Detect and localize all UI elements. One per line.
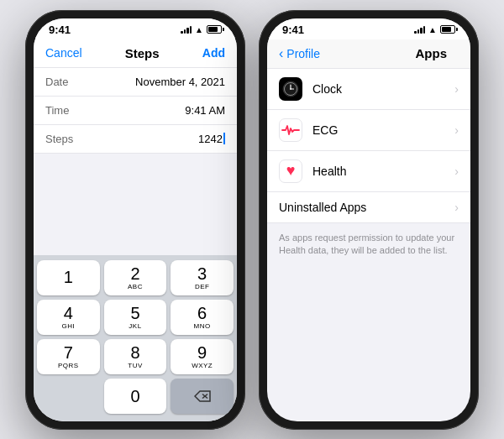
time-row: Time 9:41 AM xyxy=(34,97,237,125)
key-4[interactable]: 4 GHI xyxy=(37,300,100,335)
info-text: As apps request permission to update you… xyxy=(267,223,470,266)
keyboard-row-2: 4 GHI 5 JKL 6 MNO xyxy=(37,300,234,335)
health-app-icon: ♥ xyxy=(279,159,302,183)
status-time-1: 9:41 xyxy=(49,24,71,36)
list-item[interactable]: ♥ Health › xyxy=(267,151,470,192)
form-section: Date November 4, 2021 Time 9:41 AM Steps… xyxy=(34,68,237,154)
key-2[interactable]: 2 ABC xyxy=(104,260,167,295)
status-time-2: 9:41 xyxy=(282,24,304,36)
key-5[interactable]: 5 JKL xyxy=(104,300,167,335)
heart-icon: ♥ xyxy=(286,162,296,180)
key-1[interactable]: 1 xyxy=(37,260,100,295)
battery-icon xyxy=(207,25,222,34)
phone-1-screen: 9:41 ▲ Cancel Steps Add xyxy=(34,18,237,421)
signal-icon-2 xyxy=(414,25,425,34)
uninstalled-chevron-icon: › xyxy=(454,201,459,214)
time-label: Time xyxy=(45,104,69,117)
uninstalled-apps-name: Uninstalled Apps xyxy=(279,201,454,214)
battery-icon-2 xyxy=(440,25,455,34)
list-item[interactable]: ECG › xyxy=(267,110,470,151)
wifi-icon-2: ▲ xyxy=(428,25,437,34)
add-button[interactable]: Add xyxy=(202,46,225,60)
key-6[interactable]: 6 MNO xyxy=(171,300,234,335)
key-7[interactable]: 7 PQRS xyxy=(37,339,100,374)
ecg-app-icon xyxy=(279,118,302,142)
clock-chevron-icon: › xyxy=(454,82,459,96)
apps-list: Clock › ECG › ♥ xyxy=(267,69,470,223)
key-0[interactable]: 0 xyxy=(104,379,167,414)
status-bar-1: 9:41 ▲ xyxy=(34,18,237,39)
steps-input[interactable]: 1242 xyxy=(198,133,225,145)
date-value: November 4, 2021 xyxy=(135,76,225,88)
ecg-app-name: ECG xyxy=(312,123,454,137)
key-9[interactable]: 9 WXYZ xyxy=(171,339,234,374)
status-icons-2: ▲ xyxy=(414,25,455,34)
cancel-button[interactable]: Cancel xyxy=(45,46,82,60)
back-chevron-icon: ‹ xyxy=(279,46,283,61)
health-chevron-icon: › xyxy=(454,165,459,178)
phone-2: 9:41 ▲ ‹ Profile Apps xyxy=(259,10,479,430)
delete-icon xyxy=(194,390,211,402)
date-row: Date November 4, 2021 xyxy=(34,68,237,97)
clock-app-name: Clock xyxy=(312,82,454,96)
steps-label: Steps xyxy=(45,133,73,145)
ecg-icon xyxy=(281,123,300,137)
nav-bar-1: Cancel Steps Add xyxy=(34,39,237,68)
nav-title-2: Apps xyxy=(416,46,448,60)
signal-icon xyxy=(181,25,192,34)
ecg-chevron-icon: › xyxy=(454,123,459,137)
key-8[interactable]: 8 TUV xyxy=(104,339,167,374)
wifi-icon: ▲ xyxy=(195,25,203,34)
health-app-name: Health xyxy=(312,165,454,178)
keyboard-row-4: 0 xyxy=(37,379,234,414)
numeric-keyboard: 1 2 ABC 3 DEF 4 GHI xyxy=(34,255,237,421)
keyboard-row-1: 1 2 ABC 3 DEF xyxy=(37,260,234,295)
keyboard-row-3: 7 PQRS 8 TUV 9 WXYZ xyxy=(37,339,234,374)
svg-point-6 xyxy=(290,88,291,90)
time-value: 9:41 AM xyxy=(185,104,225,117)
list-item[interactable]: Clock › xyxy=(267,69,470,110)
delete-key[interactable] xyxy=(171,379,234,414)
nav-bar-2: ‹ Profile Apps xyxy=(267,39,470,69)
clock-app-icon xyxy=(279,77,302,101)
date-label: Date xyxy=(45,76,68,88)
status-bar-2: 9:41 ▲ xyxy=(267,18,470,39)
steps-row: Steps 1242 xyxy=(34,125,237,154)
phone-1: 9:41 ▲ Cancel Steps Add xyxy=(25,10,245,430)
key-empty xyxy=(37,379,100,414)
clock-icon xyxy=(282,81,299,97)
status-icons-1: ▲ xyxy=(181,25,222,34)
phone-2-screen: 9:41 ▲ ‹ Profile Apps xyxy=(267,18,470,421)
key-3[interactable]: 3 DEF xyxy=(171,260,234,295)
text-cursor xyxy=(223,133,225,144)
list-item[interactable]: Uninstalled Apps › xyxy=(267,192,470,223)
back-button[interactable]: Profile xyxy=(286,47,320,60)
nav-title-1: Steps xyxy=(125,46,160,60)
